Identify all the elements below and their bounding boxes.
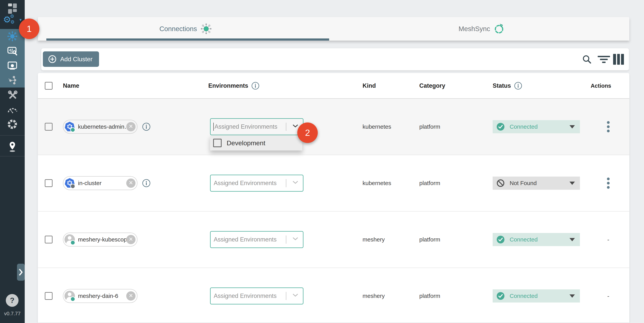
row-actions-none: - [599, 236, 618, 243]
environments-select[interactable]: Assigned Environments [210, 118, 304, 135]
header-kind: Kind [362, 82, 376, 89]
environments-select[interactable]: Assigned Environments [210, 175, 304, 192]
sidebar-item-toolkit[interactable] [0, 88, 25, 102]
connection-chip[interactable]: in-cluster × [63, 176, 138, 190]
status-label: Connected [510, 236, 538, 243]
cell-category: platform [419, 293, 440, 299]
annotation-step-badge-2: 2 [297, 123, 318, 143]
table-toolbar: Add Cluster [41, 48, 629, 70]
row-checkbox[interactable] [45, 123, 52, 131]
environments-placeholder: Assigned Environments [210, 292, 277, 299]
location-pin-icon [7, 140, 18, 153]
table-row: meshery-kubescop… × Assigned Environment… [38, 211, 629, 267]
environments-placeholder: Assigned Environments [210, 236, 277, 243]
sidebar-item-performance[interactable] [0, 59, 25, 73]
connection-name: meshery-kubescop… [75, 236, 126, 243]
gauge-icon [6, 104, 18, 115]
environments-placeholder: Assigned Environments [210, 180, 277, 187]
row-actions-menu[interactable] [599, 177, 618, 189]
status-label: Not Found [510, 180, 537, 186]
delete-chip-icon[interactable]: × [126, 178, 136, 188]
sidebar-item-extensions[interactable] [0, 117, 25, 131]
chevron-down-icon[interactable] [292, 293, 298, 297]
caret-down-icon [570, 238, 575, 241]
info-icon[interactable] [251, 82, 260, 90]
tab-bar: Connections MeshSync [38, 17, 629, 41]
connection-chip[interactable]: meshery-kubescop… × [63, 233, 138, 246]
filter-icon [598, 56, 610, 57]
table-row: meshery-dain-6 × Assigned Environments m… [38, 267, 629, 322]
chevron-down-icon[interactable] [292, 124, 298, 128]
search-button[interactable] [582, 54, 592, 65]
info-icon[interactable] [142, 123, 150, 131]
environments-select[interactable]: Assigned Environments [210, 287, 304, 304]
environments-dropdown-menu: Development [210, 135, 302, 150]
chevron-down-icon[interactable] [292, 181, 298, 184]
info-icon[interactable] [514, 82, 522, 90]
annotation-step-badge-1: 1 [19, 19, 40, 39]
meshery-ring-icon [7, 119, 18, 130]
status-dropdown[interactable]: Connected [493, 289, 580, 302]
filter-button[interactable] [598, 54, 609, 65]
connections-mesh-icon [200, 23, 212, 35]
connection-chip[interactable]: meshery-dain-6 × [63, 289, 138, 303]
chevron-down-icon[interactable] [292, 237, 298, 240]
connection-name: in-cluster [75, 180, 126, 186]
chevron-down-icon: ▾ [20, 17, 22, 23]
sidebar-item-dashboard[interactable] [0, 3, 25, 14]
header-environments: Environments [208, 82, 248, 89]
cell-category: platform [419, 123, 440, 130]
tab-connections[interactable]: Connections [38, 17, 334, 41]
sidebar-item-metrics[interactable] [0, 103, 25, 117]
row-actions-none: - [599, 292, 618, 300]
view-columns-button[interactable] [613, 54, 624, 65]
caret-down-icon [570, 182, 575, 185]
code-wrench-icon [7, 46, 18, 56]
kebab-icon [607, 178, 610, 180]
info-icon[interactable] [142, 179, 150, 187]
caret-down-icon [570, 125, 575, 128]
cell-kind: meshery [362, 293, 385, 299]
connection-chip[interactable]: kubernetes-admin… × [63, 120, 138, 134]
columns-icon [613, 54, 616, 65]
sidebar-item-catalog[interactable] [0, 138, 25, 155]
table-header-row: Name Environments Kind Category Status [38, 73, 629, 99]
check-circle-icon [496, 292, 504, 300]
status-dot [70, 127, 75, 132]
row-checkbox[interactable] [45, 292, 52, 300]
chevron-right-icon [19, 269, 23, 276]
sidebar-item-configuration[interactable] [0, 44, 25, 58]
status-label: Connected [510, 123, 538, 130]
row-checkbox[interactable] [45, 179, 52, 187]
help-button[interactable]: ? [6, 294, 18, 307]
actions-dash: - [607, 292, 610, 300]
actions-dash: - [607, 236, 610, 243]
status-dropdown[interactable]: Connected [493, 233, 580, 246]
caret-down-icon [570, 294, 575, 298]
gear-cluster-icon: ⚙⚙⚙▾ [3, 15, 22, 26]
row-actions-menu[interactable] [599, 120, 618, 133]
select-all-checkbox[interactable] [45, 82, 52, 90]
status-dropdown[interactable]: Not Found [493, 177, 580, 190]
kebab-icon [607, 121, 610, 124]
option-label[interactable]: Development [227, 139, 265, 147]
delete-chip-icon[interactable]: × [126, 235, 136, 244]
option-checkbox[interactable] [213, 139, 222, 147]
environments-select[interactable]: Assigned Environments [210, 231, 304, 248]
sidebar-expand-button[interactable] [17, 264, 25, 281]
kubernetes-logo-icon [64, 122, 75, 132]
status-dot [70, 184, 75, 189]
delete-chip-icon[interactable]: × [126, 291, 136, 300]
add-cluster-button[interactable]: Add Cluster [43, 51, 99, 67]
graph-nodes-icon [7, 75, 18, 86]
not-found-icon [496, 179, 504, 187]
cell-kind: kubernetes [362, 123, 391, 130]
delete-chip-icon[interactable]: × [126, 122, 136, 131]
avatar-icon [64, 234, 75, 245]
help-icon: ? [10, 296, 14, 305]
status-dropdown[interactable]: Connected [493, 120, 580, 133]
header-actions: Actions [586, 83, 611, 89]
tab-meshsync[interactable]: MeshSync [334, 17, 629, 41]
sidebar-item-designs[interactable] [0, 73, 25, 87]
row-checkbox[interactable] [45, 236, 52, 243]
